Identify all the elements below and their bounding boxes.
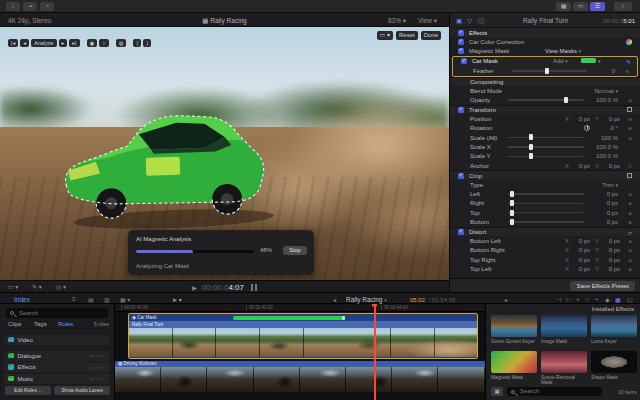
clip-title-bar[interactable]: Rally Final Turn: [129, 321, 477, 328]
br-y-value[interactable]: 0 px: [602, 247, 620, 253]
browser-view-grid-button[interactable]: ▦: [556, 2, 571, 11]
viewer-canvas[interactable]: |◂ ◂ Analyze ▸ ▸| ◉ ○ ◍ ( ) ▭ ▾ Reset Do…: [0, 27, 449, 280]
background-tasks-button[interactable]: ◔: [40, 2, 54, 11]
effect-checkbox[interactable]: [458, 48, 464, 54]
bl-y-value[interactable]: 0 px: [602, 238, 620, 244]
mask-next-frame-button[interactable]: ▸: [59, 39, 68, 47]
timeline-fwd-button[interactable]: ▸: [505, 296, 508, 303]
gear-icon[interactable]: ⚙: [628, 163, 632, 169]
keyframe-icon[interactable]: ◆: [625, 68, 629, 74]
mask-color-control[interactable]: ▾: [579, 58, 601, 64]
mask-checkbox[interactable]: [461, 58, 467, 64]
scale-x-value[interactable]: 100.0 %: [596, 144, 618, 150]
car-mask-selected-box[interactable]: Car Mask Add ▾ ▾ ✎ Feather 0 ◆: [452, 56, 638, 77]
effects-search-field[interactable]: Search: [507, 387, 602, 396]
tr-x-value[interactable]: 0 px: [572, 257, 590, 263]
tl-y-value[interactable]: 0 px: [602, 266, 620, 272]
mask-edit-icon[interactable]: ✎: [626, 58, 631, 65]
crop-bottom-slider[interactable]: [508, 221, 584, 223]
role-checkbox[interactable]: [8, 376, 14, 382]
crop-top-value[interactable]: 0 px: [607, 210, 618, 216]
car-mask-range-bar[interactable]: ◉ Car Mask: [129, 314, 477, 321]
timeline[interactable]: 00:00:40:00 00:00:42:00 00:00:44:00 ◉ Ca…: [115, 304, 485, 400]
clip-appearance-menu[interactable]: ▦ ▾: [120, 296, 130, 303]
keyframe-icon[interactable]: ◆: [628, 257, 632, 263]
subtract-stroke-button[interactable]: ○: [99, 39, 108, 47]
keyframe-icon[interactable]: ◆: [628, 135, 632, 141]
role-row-dialogue[interactable]: Dialogue ▭≈○: [4, 351, 110, 361]
role-checkbox[interactable]: [8, 337, 14, 343]
clip-appearance-wave-icon[interactable]: ▥: [104, 296, 110, 303]
clip-driving-multicam[interactable]: ▦ Driving Multicam: [115, 361, 485, 392]
tab-tags[interactable]: Tags: [34, 321, 47, 327]
mask-last-frame-button[interactable]: ▸|: [69, 39, 79, 47]
scale-all-value[interactable]: 100 %: [601, 135, 618, 141]
zoom-fit-icon[interactable]: ◱: [627, 296, 633, 303]
playhead[interactable]: [374, 304, 376, 400]
edit-roles-button[interactable]: Edit Roles…: [5, 386, 51, 395]
effect-item[interactable]: Shape Mask: [591, 351, 637, 380]
effect-item[interactable]: Magnetic Mask: [491, 351, 537, 380]
anchor-y-value[interactable]: 0 px: [602, 163, 620, 169]
timeline-back-button[interactable]: ◂: [333, 296, 336, 303]
tr-y-value[interactable]: 0 px: [602, 257, 620, 263]
play-button[interactable]: ▶: [192, 285, 197, 291]
masked-rally-car[interactable]: [54, 97, 290, 237]
tools-menu[interactable]: ➤ ▾: [172, 296, 182, 303]
scale-y-slider[interactable]: [508, 156, 584, 158]
keyframe-icon[interactable]: ◆: [628, 210, 632, 216]
effect-thumbnail[interactable]: [591, 315, 637, 337]
blend-mode-menu[interactable]: Normal ▾: [594, 88, 618, 94]
distort-onscreen-icon[interactable]: ▱: [627, 229, 632, 236]
keyword-editor-button[interactable]: ⊸: [23, 2, 37, 11]
timeline-history-menu[interactable]: Rally Racing ▾: [346, 296, 387, 303]
role-row-video[interactable]: Video: [4, 335, 110, 345]
crop-onscreen-icon[interactable]: [627, 173, 632, 178]
audio-monitor-icon[interactable]: ∩: [585, 296, 589, 302]
reset-button[interactable]: Reset: [396, 31, 418, 40]
effect-thumbnail[interactable]: [541, 315, 587, 337]
show-matte-button[interactable]: ◍: [116, 39, 127, 47]
add-marker-icon[interactable]: +: [576, 296, 580, 302]
slider-thumb[interactable]: [545, 68, 549, 74]
role-row-effects[interactable]: Effects ▭≈○: [4, 362, 110, 372]
focus-icon[interactable]: ○: [101, 376, 106, 381]
view-masks-menu[interactable]: View Masks ▾: [545, 48, 581, 54]
crop-type-menu[interactable]: Trim ▾: [602, 182, 618, 188]
tab-clips[interactable]: Clips: [8, 321, 21, 327]
focus-icon[interactable]: ○: [101, 365, 106, 370]
timeline-ruler[interactable]: 00:00:40:00 00:00:42:00 00:00:44:00: [115, 304, 485, 312]
slider-thumb[interactable]: [510, 200, 514, 206]
effects-checkbox[interactable]: [458, 30, 464, 36]
slider-thumb[interactable]: [529, 153, 533, 159]
focus-icon[interactable]: ○: [101, 353, 106, 358]
mask-color-swatch[interactable]: [581, 58, 596, 63]
opacity-value[interactable]: 100.0 %: [596, 97, 618, 103]
audio-meter-icon[interactable]: [255, 284, 257, 291]
index-search-field[interactable]: Search: [6, 308, 108, 318]
keyframe-icon[interactable]: ◆: [628, 200, 632, 206]
viewer-view-menu[interactable]: View ▾: [418, 17, 437, 25]
bl-x-value[interactable]: 0 px: [572, 238, 590, 244]
slider-thumb[interactable]: [529, 144, 533, 150]
timeline-grid-icon[interactable]: ▦: [615, 296, 621, 303]
crop-bottom-value[interactable]: 0 px: [607, 219, 618, 225]
clip-appearance-film-icon[interactable]: ▤: [88, 296, 94, 303]
opacity-slider[interactable]: [508, 99, 584, 101]
rotation-dial[interactable]: [584, 125, 590, 131]
role-checkbox[interactable]: [8, 353, 14, 359]
analyze-button[interactable]: Analyze: [31, 39, 57, 47]
trim-start-icon[interactable]: ⊣: [556, 296, 561, 303]
index-button[interactable]: Index: [14, 296, 30, 303]
transform-checkbox[interactable]: [458, 107, 464, 113]
mask-first-frame-button[interactable]: |◂: [8, 39, 18, 47]
position-x-value[interactable]: 0 px: [572, 116, 590, 122]
crop-left-slider[interactable]: [508, 193, 584, 195]
crop-right-slider[interactable]: [508, 203, 584, 205]
clip-appearance-thumbs-icon[interactable]: ≡: [72, 296, 76, 302]
crop-checkbox[interactable]: [458, 173, 464, 179]
clip-filmstrip[interactable]: [115, 367, 485, 392]
tl-x-value[interactable]: 0 px: [572, 266, 590, 272]
effect-item[interactable]: Luma Keyer: [591, 315, 637, 344]
car-color-correction-row[interactable]: Car Color Correction: [450, 37, 640, 46]
